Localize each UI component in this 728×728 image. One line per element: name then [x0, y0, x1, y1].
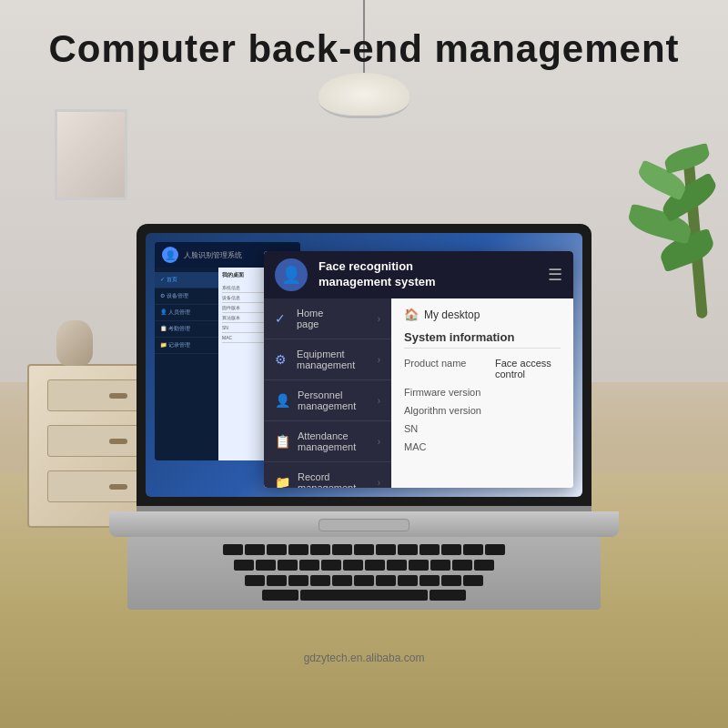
- key: [441, 544, 461, 555]
- info-row-firmware: Firmware version: [404, 387, 561, 398]
- key: [474, 560, 494, 571]
- nav-label-attendance: Attendancemanagement: [298, 430, 356, 452]
- main-heading: Computer back-end management: [0, 27, 728, 71]
- nav-arrow-attendance: ›: [378, 437, 380, 447]
- nav-label-record: Recordmanagement: [298, 471, 356, 488]
- key: [321, 560, 341, 571]
- nav-item-attendance[interactable]: 📋 Attendancemanagement ›: [264, 421, 391, 462]
- record-nav-icon: 📁: [275, 475, 290, 488]
- popup-ui: 👤 Face recognition management system ☰ ✓…: [264, 251, 573, 488]
- key: [463, 575, 483, 586]
- popup-body: ✓ Homepage › ⚙ Equipmentmanagement › 👤 P…: [264, 298, 573, 488]
- hamburger-menu-icon[interactable]: ☰: [548, 265, 562, 285]
- key: [365, 560, 385, 571]
- plant-right: [628, 91, 719, 364]
- popup-content: 🏠 My desktop System information Product …: [391, 298, 573, 488]
- small-sidebar-home: ✓ 首页: [155, 272, 218, 288]
- small-sidebar: ✓ 首页 ⚙ 设备管理 👤 人员管理 📋 考勤管理 📁 记录管理: [155, 268, 218, 460]
- key: [245, 575, 265, 586]
- key: [354, 544, 374, 555]
- laptop: 👤 人脸识别管理系统 ✓ 首页 ⚙ 设备管理 👤 人员管理 📋 考勤管理 📁 记…: [109, 224, 619, 610]
- laptop-touchpad[interactable]: [318, 519, 410, 531]
- breadcrumb-text: My desktop: [424, 308, 480, 321]
- key: [267, 544, 287, 555]
- watermark: gdzytech.en.alibaba.com: [304, 652, 425, 664]
- key: [288, 575, 308, 586]
- laptop-base: [109, 511, 619, 537]
- key-shift: [262, 590, 298, 601]
- key: [332, 575, 352, 586]
- home-nav-icon: ✓: [275, 311, 289, 326]
- equipment-nav-icon: ⚙: [275, 352, 289, 367]
- key: [310, 544, 330, 555]
- key: [332, 544, 352, 555]
- info-row-sn: SN: [404, 423, 561, 434]
- key-row-2: [138, 560, 590, 572]
- key-enter: [430, 590, 466, 601]
- key: [463, 544, 483, 555]
- key: [234, 560, 254, 571]
- laptop-keyboard: [127, 537, 601, 610]
- small-app-icon: 👤: [162, 247, 178, 263]
- key: [485, 544, 505, 555]
- key: [452, 560, 472, 571]
- label-mac: MAC: [404, 441, 495, 452]
- label-product-name: Product name: [404, 358, 495, 369]
- key: [288, 544, 308, 555]
- vase-body: [56, 320, 93, 366]
- key: [278, 560, 298, 571]
- wall-frame: [55, 109, 127, 200]
- key: [376, 575, 396, 586]
- key: [430, 560, 450, 571]
- label-sn: SN: [404, 423, 495, 434]
- key: [376, 544, 396, 555]
- popup-breadcrumb: 🏠 My desktop: [404, 308, 561, 321]
- key: [354, 575, 374, 586]
- key: [420, 544, 440, 555]
- nav-arrow-equipment: ›: [378, 355, 380, 365]
- lamp-shade: [318, 73, 410, 118]
- key: [398, 544, 418, 555]
- small-sidebar-attendance: 📋 考勤管理: [155, 321, 218, 338]
- key: [310, 575, 330, 586]
- nav-arrow-personnel: ›: [378, 396, 380, 406]
- nav-item-personnel[interactable]: 👤 Personnelmanagement ›: [264, 380, 391, 421]
- info-row-algorithm: Algorithm version: [404, 405, 561, 416]
- info-row-mac: MAC: [404, 441, 561, 452]
- breadcrumb-home-icon: 🏠: [404, 308, 419, 321]
- nav-item-home[interactable]: ✓ Homepage ›: [264, 298, 391, 339]
- small-sidebar-records: 📁 记录管理: [155, 338, 218, 354]
- key-row-4: [138, 590, 590, 602]
- small-sidebar-equipment: ⚙ 设备管理: [155, 288, 218, 305]
- section-title-system-info: System information: [404, 330, 561, 349]
- nav-arrow-home: ›: [378, 314, 380, 324]
- info-row-product: Product name Face accesscontrol: [404, 358, 561, 379]
- nav-item-equipment[interactable]: ⚙ Equipmentmanagement ›: [264, 339, 391, 380]
- nav-item-record[interactable]: 📁 Recordmanagement ›: [264, 462, 391, 488]
- personnel-nav-icon: 👤: [275, 393, 290, 408]
- value-product-name: Face accesscontrol: [495, 358, 551, 379]
- small-app-title: 人脸识别管理系统: [184, 250, 242, 260]
- nav-label-personnel: Personnelmanagement: [298, 389, 356, 411]
- label-firmware: Firmware version: [404, 387, 495, 398]
- key-row-3: [138, 575, 590, 588]
- key: [420, 575, 440, 586]
- key: [343, 560, 363, 571]
- key: [245, 544, 265, 555]
- nav-label-equipment: Equipmentmanagement: [297, 349, 355, 370]
- nav-arrow-record: ›: [378, 478, 380, 488]
- popup-header-text: Face recognition management system: [318, 259, 436, 290]
- plant-leaves: [628, 91, 719, 318]
- key: [398, 575, 418, 586]
- key: [256, 560, 276, 571]
- popup-sidebar: ✓ Homepage › ⚙ Equipmentmanagement › 👤 P…: [264, 298, 391, 488]
- key: [223, 544, 243, 555]
- key-space: [300, 590, 428, 601]
- laptop-screen-bezel: 👤 人脸识别管理系统 ✓ 首页 ⚙ 设备管理 👤 人员管理 📋 考勤管理 📁 记…: [136, 224, 592, 506]
- attendance-nav-icon: 📋: [275, 434, 290, 449]
- key: [387, 560, 407, 571]
- key-row-1: [138, 544, 590, 557]
- vase: [56, 311, 93, 366]
- label-algorithm: Algorithm version: [404, 405, 495, 416]
- key: [267, 575, 287, 586]
